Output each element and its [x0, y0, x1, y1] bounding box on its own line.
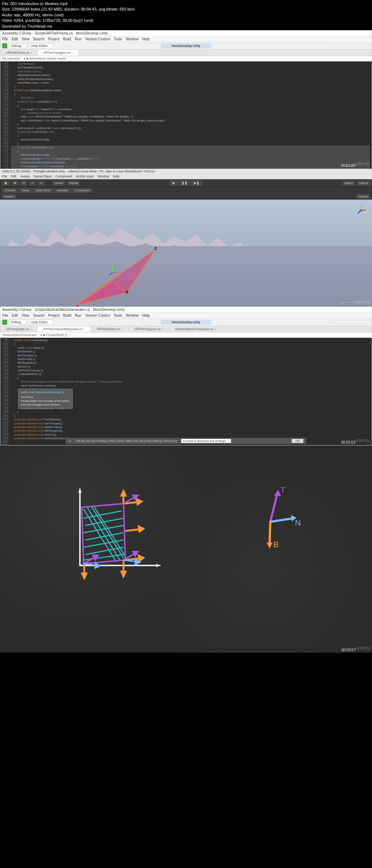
tab-uniquequads[interactable]: AllTheUniqueVertQuads.cs× [37, 326, 91, 332]
breadcrumb[interactable]: No selection [0, 56, 22, 61]
platform-dropdown[interactable]: Unity Editor [29, 320, 54, 325]
timestamp: 00:03:57 [341, 648, 356, 652]
svg-marker-27 [82, 573, 86, 578]
transform-gizmo[interactable] [105, 261, 120, 276]
svg-line-19 [84, 511, 122, 518]
ok-button[interactable]: OK [292, 439, 303, 443]
pivot-center[interactable]: Center [52, 181, 65, 185]
menu-help[interactable]: Help [113, 175, 120, 178]
search-box[interactable] [333, 45, 370, 47]
menu-project[interactable]: Project [48, 37, 60, 41]
menu-file[interactable]: File [2, 313, 8, 317]
menu-edit[interactable]: Edit [12, 313, 18, 317]
code-editor[interactable]: 4748495051525354555657585960616263646566… [0, 61, 372, 178]
run-button[interactable] [2, 320, 7, 325]
svg-marker-37 [139, 556, 143, 561]
menu-gameobject[interactable]: GameObject [33, 175, 52, 178]
menu-assets[interactable]: Assets [20, 175, 30, 178]
menu-file[interactable]: File [2, 175, 7, 178]
svg-line-25 [84, 555, 124, 560]
unity-menu: File Edit Assets GameObject Component Mo… [0, 174, 372, 179]
scene-viewport[interactable]: 0 1 2 [0, 200, 372, 319]
menu-build[interactable]: Build [63, 313, 71, 317]
menu-file[interactable]: File [2, 37, 8, 41]
tab-prisms[interactable]: AllThePrisms.cs× [0, 50, 38, 56]
layers-dropdown[interactable]: Layers [342, 181, 355, 185]
breadcrumb[interactable]: AbstractMeshGenerator [0, 332, 39, 337]
close-icon[interactable]: × [31, 51, 32, 54]
run-button[interactable] [2, 43, 7, 48]
vertex-0: 0 [126, 290, 128, 294]
svg-line-50 [270, 518, 294, 522]
menu-project[interactable]: Project [48, 313, 60, 317]
tab-planes[interactable]: AllThePlanes.cs× [91, 326, 128, 332]
menu-edit[interactable]: Edit [12, 37, 18, 41]
tab-game[interactable]: Game [19, 188, 32, 193]
platform-dropdown[interactable]: Unity Editor [29, 43, 54, 48]
menu-view[interactable]: View [21, 313, 29, 317]
axis-widget[interactable] [355, 204, 368, 217]
menu-window[interactable]: Window [97, 175, 109, 178]
tab-scene[interactable]: # Scene [2, 188, 18, 193]
tab-inspector[interactable]: O Inspector [72, 188, 93, 193]
menu-tools[interactable]: Tools [114, 37, 122, 41]
tab-triangles[interactable]: AllTheTriangles.cs× [38, 50, 78, 56]
menu-window[interactable]: Window [126, 37, 139, 41]
breadcrumb-bar: AbstractMeshGenerator ▸ ■ CreateMesh () [0, 332, 372, 338]
layout-dropdown[interactable]: Layout [357, 181, 370, 185]
pause-button[interactable]: ❚❚ [179, 180, 190, 186]
shaded-dropdown[interactable]: Shaded [2, 194, 16, 199]
menu-build[interactable]: Build [63, 37, 71, 41]
menu-search[interactable]: Search [33, 37, 45, 41]
step-button[interactable]: ▶❚ [191, 180, 202, 186]
svg-line-22 [85, 533, 124, 540]
menu-window[interactable]: Window [126, 313, 139, 317]
scale-tool[interactable]: ⤢ [29, 181, 36, 185]
metadata-audio: Audio: aac, 48000 Hz, stereo (und) [2, 12, 370, 18]
svg-marker-53 [267, 543, 272, 548]
status-message: This file has line endings (UNIX) which … [75, 439, 178, 443]
rect-tool[interactable]: ▭ [38, 181, 45, 185]
menu-run[interactable]: Run [75, 313, 81, 317]
tab-animator[interactable]: Animator [54, 188, 72, 193]
code-editor[interactable]: 8081828384858687888990919293949596979899… [0, 338, 372, 445]
metadata-file: File: 001 Introduction to Meshes.mp4 [2, 1, 370, 7]
menu-view[interactable]: View [21, 37, 29, 41]
hand-tool[interactable]: ✋ [2, 181, 10, 185]
menu-tools[interactable]: Tools [114, 313, 122, 317]
toolbar: Debug Unity Editor MonoDevelop-Unity [0, 42, 372, 50]
menu-vcs[interactable]: Version Control [85, 37, 110, 41]
menu-help[interactable]: Help [142, 37, 150, 41]
config-dropdown[interactable]: Debug [9, 43, 27, 48]
menu-mobile[interactable]: Mobile Input [76, 175, 94, 178]
timestamp: 00:01:52 [341, 302, 356, 306]
tab-abstract[interactable]: AbstractMeshGenerator.cs× [169, 326, 222, 332]
triangle-mesh[interactable] [69, 243, 163, 309]
close-icon[interactable]: × [71, 51, 73, 54]
menu-bar: File Edit View Search Project Build Run … [0, 36, 372, 42]
code-body[interactable]: //set triangles SetTriangles(mesh); //se… [9, 61, 372, 178]
menu-search[interactable]: Search [33, 313, 45, 317]
unity-toolbar: ✋ ✥ ⟲ ⤢ ▭ Center Global ▶ ❚❚ ▶❚ Layers L… [0, 179, 372, 187]
config-dropdown[interactable]: Debug [9, 320, 27, 325]
line-ending-select[interactable]: Convert to Windows line endings [181, 439, 231, 443]
tab-quads[interactable]: AllTheQuads.cs× [0, 326, 37, 332]
tab-polygons[interactable]: AllThePolygons.cs× [128, 326, 169, 332]
rotate-tool[interactable]: ⟲ [20, 181, 27, 185]
code-body[interactable]: private void CreateMesh() { mesh = new M… [9, 338, 372, 445]
gizmos-toggle[interactable]: Gizmos [356, 194, 370, 199]
move-tool[interactable]: ✥ [12, 181, 19, 185]
tooltip-signature: public void RecalculateNormals () [21, 391, 70, 394]
metadata-block: File: 001 Introduction to Meshes.mp4 Siz… [0, 0, 372, 30]
menu-component[interactable]: Component [56, 175, 73, 178]
menu-vcs[interactable]: Version Control [85, 313, 110, 317]
tab-asset-store[interactable]: Asset Store [33, 188, 53, 193]
search-box[interactable] [333, 321, 370, 323]
menu-edit[interactable]: Edit [11, 175, 17, 178]
menu-run[interactable]: Run [75, 37, 81, 41]
watermark: udemy [355, 299, 370, 305]
play-button[interactable]: ▶ [170, 180, 178, 186]
pivot-global[interactable]: Global [67, 181, 80, 185]
menu-help[interactable]: Help [142, 313, 150, 317]
toolbar: Debug Unity Editor MonoDevelop-Unity [0, 319, 372, 326]
